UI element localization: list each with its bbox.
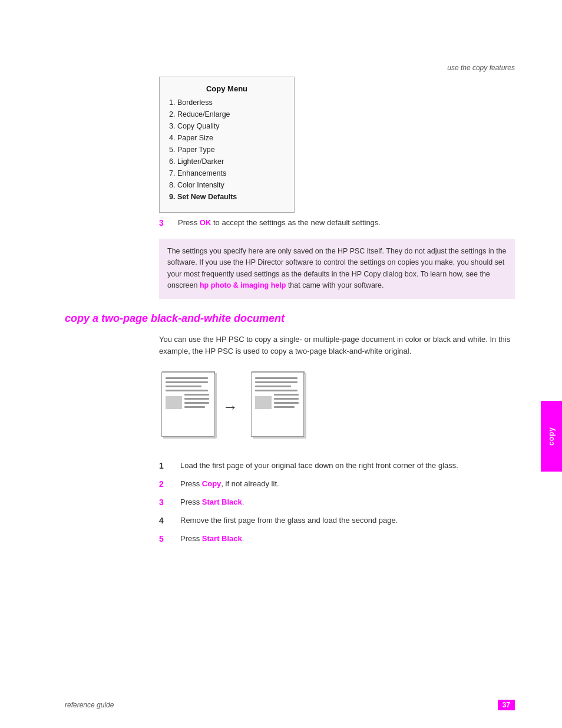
copy-menu-list: 1. Borderless 2. Reduce/Enlarge 3. Copy … bbox=[169, 97, 285, 203]
ok-keyword: OK bbox=[200, 218, 211, 227]
step-text-2: Press Copy, if not already lit. bbox=[180, 478, 279, 490]
section-heading: copy a two-page black-and-white document bbox=[65, 312, 515, 325]
copy-menu-box: Copy Menu 1. Borderless 2. Reduce/Enlarg… bbox=[159, 77, 295, 213]
start-black-keyword-1: Start Black bbox=[202, 498, 242, 506]
step-ok: 3 Press OK to accept the settings as the… bbox=[159, 218, 515, 228]
doc-line bbox=[166, 386, 201, 387]
list-item: 1. Borderless bbox=[169, 97, 285, 108]
list-item: 2. Reduce/Enlarge bbox=[169, 108, 285, 120]
info-box-link: hp photo & imaging help bbox=[200, 281, 286, 289]
step-ok-text: Press OK to accept the settings as the n… bbox=[178, 218, 381, 227]
list-item: 8. Color Intensity bbox=[169, 179, 285, 191]
page-container: use the copy features Copy Menu 1. Borde… bbox=[0, 0, 562, 728]
doc-image bbox=[166, 396, 182, 409]
copy-menu-title: Copy Menu bbox=[169, 84, 285, 93]
output-doc-stack bbox=[249, 374, 302, 439]
doc-line bbox=[184, 406, 206, 408]
step-num-4: 4 bbox=[159, 515, 171, 527]
list-item: 4. Paper Size bbox=[169, 132, 285, 144]
doc-line bbox=[255, 386, 291, 387]
step-text-5: Press Start Black. bbox=[180, 533, 244, 545]
illustration: → bbox=[159, 374, 302, 439]
step-item-5: 5 Press Start Black. bbox=[159, 533, 515, 545]
step-item-4: 4 Remove the first page from the glass a… bbox=[159, 515, 515, 527]
copy-keyword: Copy bbox=[202, 479, 222, 488]
steps-list: 1 Load the first page of your original f… bbox=[159, 460, 515, 551]
doc-line bbox=[184, 394, 209, 396]
doc-line bbox=[184, 398, 209, 400]
info-box: The settings you specify here are only s… bbox=[159, 239, 515, 299]
list-item: 5. Paper Type bbox=[169, 144, 285, 156]
info-box-text: The settings you specify here are only s… bbox=[167, 247, 507, 289]
list-item: 6. Lighter/Darker bbox=[169, 156, 285, 167]
doc-line bbox=[166, 377, 208, 379]
doc-line bbox=[255, 390, 297, 391]
source-doc-stack bbox=[159, 374, 212, 439]
list-item: 7. Enhancements bbox=[169, 167, 285, 179]
side-tab: copy bbox=[541, 401, 562, 472]
step-num-3: 3 bbox=[159, 496, 171, 509]
step-text-4: Remove the first page from the glass and… bbox=[180, 515, 398, 526]
footer-left: reference guide bbox=[65, 701, 114, 709]
body-text: You can use the HP PSC to copy a single-… bbox=[159, 334, 515, 357]
doc-page-out-front bbox=[251, 372, 304, 437]
list-item: 3. Copy Quality bbox=[169, 120, 285, 132]
step-item-2: 2 Press Copy, if not already lit. bbox=[159, 478, 515, 490]
doc-line bbox=[255, 381, 297, 383]
doc-image-out bbox=[255, 396, 272, 409]
doc-line bbox=[184, 402, 209, 404]
step-item-1: 1 Load the first page of your original f… bbox=[159, 460, 515, 472]
doc-line bbox=[166, 390, 208, 391]
step-num-5: 5 bbox=[159, 533, 171, 545]
step-item-3: 3 Press Start Black. bbox=[159, 496, 515, 509]
doc-line bbox=[274, 394, 299, 396]
step-text-1: Load the first page of your original fac… bbox=[180, 460, 458, 472]
step-text-3: Press Start Black. bbox=[180, 496, 244, 508]
step-num-1: 1 bbox=[159, 460, 171, 472]
doc-line bbox=[274, 398, 299, 400]
start-black-keyword-2: Start Black bbox=[202, 534, 242, 543]
doc-line bbox=[274, 406, 295, 408]
step-num-2: 2 bbox=[159, 478, 171, 490]
list-item-set-defaults: 9. Set New Defaults bbox=[169, 191, 285, 203]
header-text: use the copy features bbox=[447, 64, 515, 72]
doc-page-front bbox=[161, 372, 214, 437]
arrow-icon: → bbox=[223, 398, 238, 416]
footer: reference guide 37 bbox=[65, 700, 515, 710]
doc-lines-right bbox=[184, 394, 210, 410]
doc-line bbox=[274, 402, 299, 404]
footer-page-number: 37 bbox=[498, 700, 515, 710]
step-number: 3 bbox=[159, 218, 167, 228]
doc-line bbox=[255, 377, 297, 379]
doc-lines-right-out bbox=[274, 394, 300, 410]
doc-line bbox=[166, 381, 208, 383]
side-tab-label: copy bbox=[547, 427, 556, 446]
